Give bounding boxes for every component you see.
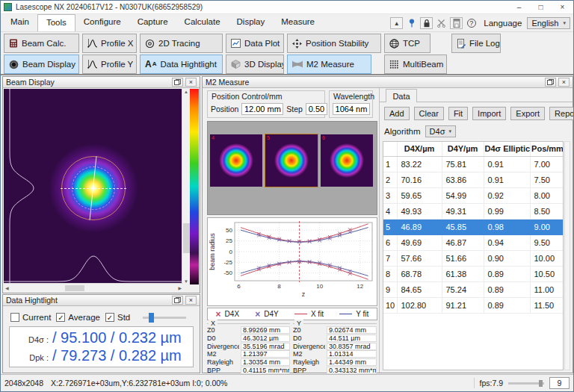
beam-vertical-scrollbar[interactable]: ▲ ▼	[182, 89, 190, 284]
cut-icon[interactable]	[435, 17, 448, 29]
beam-image[interactable]	[4, 89, 183, 284]
row-index: 3	[383, 187, 397, 203]
toolbar-3d-display[interactable]: 3D Display	[226, 55, 284, 74]
close-button[interactable]: ×	[552, 1, 573, 13]
table-scrollbar[interactable]	[564, 141, 570, 370]
toolbar-profile-y[interactable]: Profile Y	[82, 55, 137, 74]
collapse-up-icon[interactable]: ▲	[390, 17, 403, 29]
d4sigma-label: D4σ :	[17, 335, 49, 344]
toolbar-tcp[interactable]: TCP	[384, 34, 430, 53]
row-index: 5	[383, 219, 397, 234]
thumbnail-index: 6	[322, 135, 325, 140]
table-row[interactable]: 984.6575.240.8911.00	[383, 281, 564, 297]
clear-button[interactable]: Clear	[414, 107, 444, 120]
toolbar-profile-x[interactable]: Profile X	[82, 34, 137, 53]
m2-thumbnail-6[interactable]: 6	[321, 134, 373, 187]
lock-icon[interactable]	[420, 17, 433, 29]
menu-capture[interactable]: Capture	[129, 14, 176, 31]
language-select[interactable]: English ▾	[527, 17, 570, 29]
toolbar-data-plot[interactable]: Data Plot	[226, 34, 284, 53]
checkbox-average[interactable]: ✓Average	[56, 313, 100, 322]
vertical-scroll-thumb[interactable]	[183, 223, 190, 253]
fps-slider-thumb[interactable]	[539, 380, 543, 387]
restore-icon[interactable]	[545, 78, 556, 87]
table-row[interactable]: 649.6946.870.949.50	[383, 234, 564, 250]
toolbar-file-log[interactable]: File Log	[451, 34, 501, 53]
fit-param-value: 1.01314	[327, 350, 377, 358]
report-button[interactable]: Report	[549, 107, 574, 120]
column-header-d4-ellipticit[interactable]: D4σ Ellipticit	[484, 142, 530, 156]
toolbar-data-hightlight[interactable]: AAData Hightlight	[140, 55, 223, 74]
export-button[interactable]: Export	[510, 107, 545, 120]
svg-text:beam radius: beam radius	[209, 233, 216, 270]
column-header-d4x-m[interactable]: D4X/µm	[397, 142, 442, 156]
column-header-d4y-m[interactable]: D4Y/µm	[442, 142, 484, 156]
table-row[interactable]: 757.6651.660.9010.00	[383, 250, 564, 266]
table-row[interactable]: 270.1663.860.917.50	[383, 172, 564, 187]
checkbox-icon: ✓	[105, 313, 114, 322]
toolbar-multibeam[interactable]: MultiBeam	[384, 55, 447, 74]
step-label: Step	[286, 105, 303, 113]
table-row[interactable]: 449.9349.310.998.50	[383, 203, 564, 219]
menu-calculate[interactable]: Calculate	[176, 14, 229, 31]
dpk-value: / 79.273 / 0.282 µm	[52, 347, 182, 364]
close-icon[interactable]: ×	[185, 78, 197, 87]
table-row[interactable]: 546.8945.850.989.00	[383, 219, 564, 234]
pin-icon[interactable]	[405, 17, 418, 29]
add-button[interactable]: Add	[384, 107, 410, 120]
maximize-button[interactable]: □	[530, 1, 552, 13]
close-icon[interactable]: ×	[185, 296, 197, 305]
algorithm-select[interactable]: D4σ ▾	[425, 125, 456, 137]
toolbar-2d-tracing[interactable]: 2D Tracing	[140, 34, 223, 53]
fit-button[interactable]: Fit	[448, 107, 468, 120]
table-row[interactable]: 868.7861.380.8910.50	[383, 266, 564, 281]
restore-icon[interactable]	[172, 296, 183, 305]
position-input[interactable]	[241, 103, 283, 115]
toolbar-label: Profile Y	[101, 60, 133, 69]
toolbar-position-stability[interactable]: Position Stability	[287, 34, 381, 53]
menu-configure[interactable]: Configure	[75, 14, 129, 31]
wavelength-input[interactable]	[333, 103, 370, 115]
std-slider[interactable]	[143, 317, 186, 319]
tab-data[interactable]: Data	[386, 89, 417, 102]
table-row[interactable]: 359.6554.990.928.00	[383, 187, 564, 203]
toolbar-m2-measure[interactable]: M2 Measure	[287, 55, 371, 74]
data-buttons: AddClearFitImportExportReport	[384, 107, 574, 120]
calculator-icon	[9, 39, 18, 48]
beam-horizontal-scrollbar[interactable]: ◀ ▶	[4, 283, 183, 292]
menu-tools[interactable]: Tools	[37, 14, 75, 31]
help-icon[interactable]: ?	[465, 17, 478, 29]
scroll-down-icon[interactable]: ▼	[184, 279, 188, 284]
menu-main[interactable]: Main	[2, 14, 37, 31]
step-input[interactable]	[306, 103, 327, 115]
m2-thumbnail-5[interactable]: 5	[265, 134, 318, 187]
scroll-left-icon[interactable]: ◀	[5, 285, 9, 290]
horizontal-scroll-thumb[interactable]	[65, 285, 84, 291]
scroll-up-icon[interactable]: ▲	[184, 90, 188, 94]
toolbar-beam-display[interactable]: Beam Display	[4, 55, 79, 74]
fps-slider[interactable]	[508, 382, 544, 385]
close-icon[interactable]: ×	[558, 78, 570, 87]
menu-measure[interactable]: Measure	[273, 14, 323, 31]
cell: 0.89	[484, 281, 530, 297]
row-index: 1	[383, 156, 397, 172]
algorithm-row: Algorithm D4σ ▾	[384, 125, 456, 137]
restore-icon[interactable]	[172, 78, 183, 87]
checkbox-std[interactable]: ✓Std	[105, 313, 130, 322]
fit-param-value: 1.44349 mm	[327, 358, 377, 366]
position-icon	[292, 39, 302, 49]
menu-display[interactable]: Display	[229, 14, 274, 31]
table-row[interactable]: 10102.8091.210.8911.50	[383, 297, 564, 313]
m2-thumbnail-4[interactable]: 4	[210, 134, 262, 187]
std-slider-thumb[interactable]	[149, 313, 154, 323]
column-header-pos-mm[interactable]: Pos/mm	[530, 142, 564, 156]
column-header-index[interactable]	[383, 142, 397, 156]
scroll-right-icon[interactable]: ▶	[178, 285, 182, 290]
frame-value-box[interactable]: 9	[549, 377, 570, 389]
toolbar-beam-calc[interactable]: Beam Calc.	[4, 34, 79, 53]
checkbox-current[interactable]: Current	[10, 313, 51, 322]
minimize-button[interactable]: –	[508, 1, 530, 13]
import-button[interactable]: Import	[472, 107, 506, 120]
table-row[interactable]: 183.2275.810.917.00	[383, 156, 564, 172]
file-icon[interactable]	[450, 17, 463, 29]
